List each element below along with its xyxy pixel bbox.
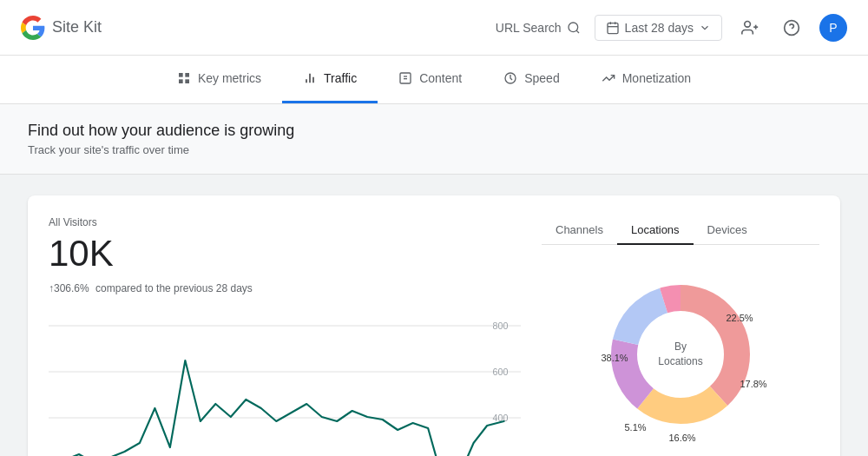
card-left: All Visitors 10K ↑306.6% compared to the… — [49, 216, 521, 456]
banner-title: Find out how your audience is growing — [28, 122, 840, 140]
google-g-icon — [21, 16, 45, 40]
svg-text:800: 800 — [493, 321, 509, 331]
chart-svg: 800 600 400 200 — [49, 308, 521, 456]
svg-point-34 — [638, 312, 723, 397]
avatar-letter: P — [829, 21, 837, 35]
nav-label-speed: Speed — [524, 71, 559, 85]
logo: Site Kit — [21, 16, 102, 40]
chevron-down-icon — [699, 22, 711, 34]
change-suffix: compared to the previous 28 days — [95, 282, 253, 294]
svg-text:17.8%: 17.8% — [740, 379, 766, 389]
help-button[interactable] — [778, 14, 806, 42]
grid-icon — [177, 71, 191, 85]
svg-text:Locations: Locations — [658, 355, 702, 367]
traffic-card: All Visitors 10K ↑306.6% compared to the… — [28, 195, 840, 456]
calendar-icon — [606, 21, 620, 35]
svg-rect-11 — [185, 73, 189, 77]
date-range-picker[interactable]: Last 28 days — [595, 15, 722, 41]
add-user-icon — [741, 19, 759, 36]
add-user-button[interactable] — [736, 14, 764, 42]
svg-rect-1 — [608, 23, 618, 33]
svg-rect-13 — [185, 79, 189, 83]
svg-rect-12 — [179, 79, 183, 83]
donut-tabs: Channels Locations Devices — [542, 216, 819, 245]
help-icon — [783, 19, 800, 36]
content-icon — [398, 71, 412, 85]
speed-icon — [503, 71, 517, 85]
nav-item-speed[interactable]: Speed — [483, 56, 580, 103]
tab-devices[interactable]: Devices — [694, 216, 761, 245]
nav-item-monetization[interactable]: Monetization — [581, 56, 712, 103]
metric-change: ↑306.6% compared to the previous 28 days — [49, 282, 521, 294]
svg-text:22.5%: 22.5% — [726, 313, 753, 323]
card-right: Channels Locations Devices — [542, 216, 819, 456]
monetization-icon — [602, 71, 615, 85]
url-search-label: URL Search — [496, 21, 562, 35]
donut-chart-container: By Locations 38.1% 22.5% 17.8% 16.6% 5.1… — [542, 259, 819, 450]
line-chart: 800 600 400 200 — [49, 308, 521, 456]
metric-label: All Visitors — [49, 216, 521, 228]
nav-label-traffic: Traffic — [324, 71, 357, 85]
header: Site Kit URL Search Last 28 days P — [0, 0, 868, 56]
site-kit-label: Site Kit — [52, 18, 102, 36]
nav-item-content[interactable]: Content — [378, 56, 483, 103]
donut-svg: By Locations 38.1% 22.5% 17.8% 16.6% 5.1… — [585, 259, 776, 450]
nav-item-traffic[interactable]: Traffic — [282, 56, 378, 103]
date-range-label: Last 28 days — [625, 21, 694, 35]
metric-value: 10K — [49, 235, 521, 272]
nav-item-key-metrics[interactable]: Key metrics — [156, 56, 282, 103]
change-prefix: ↑306.6% — [49, 282, 89, 294]
header-actions: URL Search Last 28 days P — [496, 14, 847, 42]
search-icon — [567, 21, 581, 35]
avatar[interactable]: P — [819, 14, 847, 42]
tab-channels[interactable]: Channels — [542, 216, 617, 245]
svg-text:600: 600 — [493, 367, 509, 377]
bar-chart-icon — [303, 71, 317, 85]
svg-text:38.1%: 38.1% — [601, 353, 628, 363]
svg-point-0 — [569, 23, 578, 32]
svg-text:5.1%: 5.1% — [624, 422, 646, 433]
banner-subtitle: Track your site's traffic over time — [28, 143, 840, 156]
svg-point-5 — [745, 21, 751, 27]
url-search-button[interactable]: URL Search — [496, 21, 581, 35]
svg-text:By: By — [674, 340, 687, 353]
banner: Find out how your audience is growing Tr… — [0, 104, 868, 175]
nav-label-key-metrics: Key metrics — [198, 71, 261, 85]
svg-text:16.6%: 16.6% — [668, 433, 695, 443]
nav-label-content: Content — [419, 71, 462, 85]
svg-rect-10 — [179, 73, 183, 77]
navigation: Key metrics Traffic Content Speed Moneti… — [0, 56, 868, 104]
main-content: All Visitors 10K ↑306.6% compared to the… — [0, 175, 868, 456]
nav-label-monetization: Monetization — [622, 71, 691, 85]
tab-locations[interactable]: Locations — [617, 216, 694, 245]
